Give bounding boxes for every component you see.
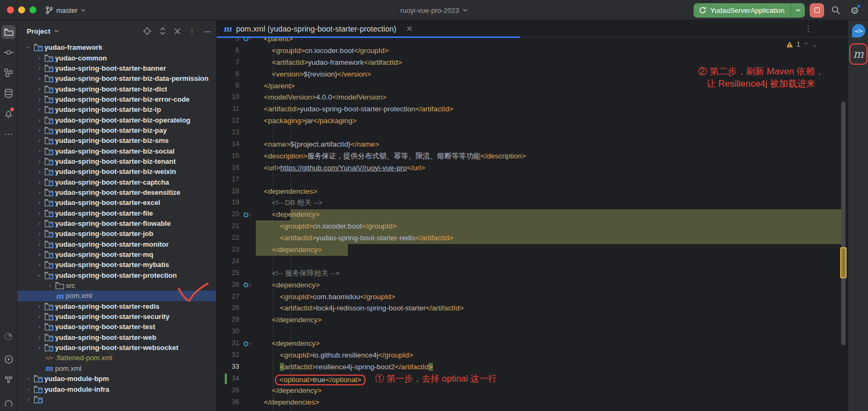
tree-chevron-icon[interactable]: › bbox=[35, 241, 43, 247]
code-line-25[interactable]: 25 <!-- 服务保障相关 --> bbox=[217, 268, 848, 279]
maven-dependency-gutter-icon[interactable]: ↑ bbox=[243, 281, 252, 288]
chevron-down-icon[interactable] bbox=[54, 29, 59, 33]
tree-chevron-icon[interactable]: › bbox=[35, 262, 43, 268]
git-branch-widget[interactable]: master bbox=[42, 4, 89, 17]
code-line-30[interactable]: 30 bbox=[217, 326, 848, 338]
settings-button[interactable]: ⚙ bbox=[848, 3, 862, 17]
code-line-29[interactable]: 29 </dependency> bbox=[217, 314, 848, 326]
code-line-28[interactable]: 28 <artifactId>lock4j-redisson-spring-bo… bbox=[217, 302, 848, 314]
code-line-13[interactable]: 13 bbox=[217, 127, 848, 139]
notifications-tool-button[interactable] bbox=[2, 106, 16, 120]
tree-item-yudao-spring-boot-starter-job[interactable]: ›yudao-spring-boot-starter-job bbox=[17, 229, 216, 239]
close-tab-icon[interactable]: ✕ bbox=[406, 24, 413, 34]
tree-item-yudao-spring-boot-starter-biz-sms[interactable]: ›yudao-spring-boot-starter-biz-sms bbox=[17, 135, 216, 146]
tree-chevron-icon[interactable]: › bbox=[35, 334, 43, 340]
commit-tool-button[interactable] bbox=[2, 45, 16, 59]
tree-item-yudao-spring-boot-starter-biz-dict[interactable]: ›yudao-spring-boot-starter-biz-dict bbox=[17, 83, 216, 94]
editor-options-kebab-icon[interactable]: ⋮ bbox=[804, 24, 812, 34]
tree-item-yudao-spring-boot-starter-biz-tenant[interactable]: ›yudao-spring-boot-starter-biz-tenant bbox=[17, 156, 216, 166]
code-line-22[interactable]: 22 <artifactId>yudao-spring-boot-starter… bbox=[217, 232, 848, 244]
tree-item--flattened-pom-xml[interactable]: ›</>.flattened-pom.xml bbox=[17, 353, 216, 363]
tree-item-pom-xml[interactable]: ›mpom.xml bbox=[17, 363, 216, 374]
search-button[interactable] bbox=[829, 3, 843, 17]
locate-icon[interactable] bbox=[143, 27, 151, 35]
tree-chevron-icon[interactable]: › bbox=[35, 127, 43, 133]
tree-chevron-icon[interactable]: › bbox=[35, 138, 43, 143]
maven-tool-button-red-box[interactable]: m bbox=[849, 43, 867, 65]
code-line-11[interactable]: 11 <artifactId>yudao-spring-boot-starter… bbox=[217, 103, 848, 115]
tree-chevron-icon[interactable]: › bbox=[35, 324, 43, 330]
code-line-27[interactable]: 27 <groupId>com.baomidou</groupId> bbox=[217, 291, 848, 303]
tree-item-yudao-spring-boot-starter-websocket[interactable]: ›yudao-spring-boot-starter-websocket bbox=[17, 342, 216, 353]
code-line-6[interactable]: 6 <groupId>cn.iocoder.boot</groupId> bbox=[217, 45, 848, 57]
tree-chevron-icon[interactable]: › bbox=[35, 169, 43, 174]
code-line-26[interactable]: 26↑ <dependency> bbox=[217, 279, 848, 291]
tree-item-yudao-spring-boot-starter-flowable[interactable]: ›yudao-spring-boot-starter-flowable bbox=[17, 218, 216, 229]
tree-chevron-icon[interactable]: › bbox=[35, 96, 43, 102]
collapse-all-icon[interactable] bbox=[174, 28, 181, 35]
tree-item-yudao-spring-boot-starter-mybatis[interactable]: ›yudao-spring-boot-starter-mybatis bbox=[17, 260, 216, 270]
tree-item-src[interactable]: ›src bbox=[17, 280, 216, 291]
tree-item-yudao-spring-boot-starter-biz-data-permission[interactable]: ›yudao-spring-boot-starter-biz-data-perm… bbox=[17, 73, 216, 83]
stop-button[interactable] bbox=[810, 3, 824, 18]
tree-chevron-icon[interactable]: › bbox=[35, 200, 43, 206]
tree-item-yudao-spring-boot-starter-mq[interactable]: ›yudao-spring-boot-starter-mq bbox=[17, 249, 216, 260]
tree-item-yudao-spring-boot-starter-biz-error-code[interactable]: ›yudao-spring-boot-starter-biz-error-cod… bbox=[17, 94, 216, 104]
tree-item-yudao-spring-boot-starter-banner[interactable]: ›yudao-spring-boot-starter-banner bbox=[17, 63, 216, 73]
chevron-down-icon[interactable] bbox=[796, 9, 801, 12]
tree-item-yudao-module-infra[interactable]: ›yudao-module-infra bbox=[17, 384, 216, 394]
tree-item-yudao-spring-boot-starter-desensitize[interactable]: ›yudao-spring-boot-starter-desensitize bbox=[17, 187, 216, 197]
maven-dependency-gutter-icon[interactable]: ↑ bbox=[243, 340, 252, 347]
code-line-18[interactable]: 18 <dependencies> bbox=[217, 186, 848, 197]
tree-item-yudao-spring-boot-starter-protection[interactable]: ›yudao-spring-boot-starter-protection bbox=[17, 270, 216, 280]
inspections-widget[interactable]: 1 ⌃ ⌃ bbox=[786, 41, 817, 48]
tree-chevron-icon[interactable]: › bbox=[35, 65, 43, 71]
project-tool-button[interactable] bbox=[2, 25, 16, 39]
tree-chevron-icon[interactable]: › bbox=[35, 106, 43, 112]
tree-item-yudao-spring-boot-starter-test[interactable]: ›yudao-spring-boot-starter-test bbox=[17, 322, 216, 332]
tree-chevron-icon[interactable]: › bbox=[35, 148, 43, 154]
terminal-tool-button[interactable] bbox=[2, 372, 16, 386]
tree-item-yudao-spring-boot-starter-biz-social[interactable]: ›yudao-spring-boot-starter-biz-social bbox=[17, 146, 216, 156]
more-tool-windows-button[interactable]: ⋯ bbox=[2, 127, 16, 141]
database-tool-button[interactable] bbox=[2, 86, 16, 100]
code-line-33[interactable]: 33 <artifactId>resilience4j-spring-boot2… bbox=[217, 361, 848, 373]
tree-chevron-icon[interactable]: › bbox=[35, 252, 43, 257]
hide-panel-icon[interactable]: — bbox=[203, 27, 211, 35]
code-line-14[interactable]: 14 <name>${project.artifactId}</name> bbox=[217, 139, 848, 150]
code-line-10[interactable]: 10 <modelVersion>4.0.0</modelVersion> bbox=[217, 92, 848, 103]
close-window-icon[interactable] bbox=[7, 6, 14, 13]
code-line-32[interactable]: 32 <groupId>io.github.resilience4j</grou… bbox=[217, 349, 848, 361]
tree-chevron-icon[interactable]: › bbox=[35, 117, 43, 123]
tree-chevron-icon[interactable]: › bbox=[35, 220, 43, 226]
code-line-15[interactable]: 15 <description>服务保证，提供分布式锁、幂等、限流、熔断等等功能… bbox=[217, 150, 848, 162]
editor-scrollbar[interactable] bbox=[841, 102, 846, 345]
profiler-tool-button[interactable] bbox=[2, 330, 16, 344]
options-kebab-icon[interactable]: ⋮ bbox=[188, 27, 196, 35]
maven-dependency-gutter-icon[interactable]: ↑ bbox=[243, 211, 252, 218]
tree-chevron-icon[interactable]: › bbox=[26, 43, 32, 51]
tree-chevron-icon[interactable]: › bbox=[36, 271, 42, 279]
code-line-17[interactable]: 17 bbox=[217, 174, 848, 186]
tree-chevron-icon[interactable]: › bbox=[35, 231, 43, 237]
tree-chevron-icon[interactable]: › bbox=[25, 397, 33, 402]
tree-item-yudao-framework[interactable]: ›yudao-framework bbox=[17, 42, 216, 52]
code-line-19[interactable]: 19 <!-- DB 相关 --> bbox=[217, 197, 848, 209]
tree-item-yudao-spring-boot-starter-biz-operatelog[interactable]: ›yudao-spring-boot-starter-biz-operatelo… bbox=[17, 115, 216, 125]
tree-chevron-icon[interactable]: › bbox=[35, 75, 43, 81]
bottom-tool-button[interactable] bbox=[2, 395, 16, 409]
project-panel-title[interactable]: Project bbox=[27, 27, 50, 35]
tree-chevron-icon[interactable]: › bbox=[35, 158, 43, 164]
tree-item-pom-xml[interactable]: ›mpom.xml bbox=[17, 291, 216, 301]
tree-item-yudao-spring-boot-starter-monitor[interactable]: ›yudao-spring-boot-starter-monitor bbox=[17, 239, 216, 249]
tree-chevron-icon[interactable]: › bbox=[46, 283, 54, 288]
tree-item-yudao-spring-boot-starter-redis[interactable]: ›yudao-spring-boot-starter-redis bbox=[17, 301, 216, 311]
code-line-34[interactable]: 34 <optional>true</optional>① 第一步，去掉 opt… bbox=[217, 373, 848, 385]
code-line-23[interactable]: 23 </dependency> bbox=[217, 244, 848, 256]
code-with-me-icon[interactable]: </> bbox=[852, 24, 865, 37]
expand-icon[interactable] bbox=[159, 27, 166, 35]
code-line-21[interactable]: 21 <groupId>cn.iocoder.boot</groupId> bbox=[217, 220, 848, 232]
code-line-8[interactable]: 8 <version>${revision}</version> bbox=[217, 68, 848, 80]
tree-chevron-icon[interactable]: › bbox=[35, 179, 43, 185]
tree-chevron-icon[interactable]: › bbox=[35, 86, 43, 92]
